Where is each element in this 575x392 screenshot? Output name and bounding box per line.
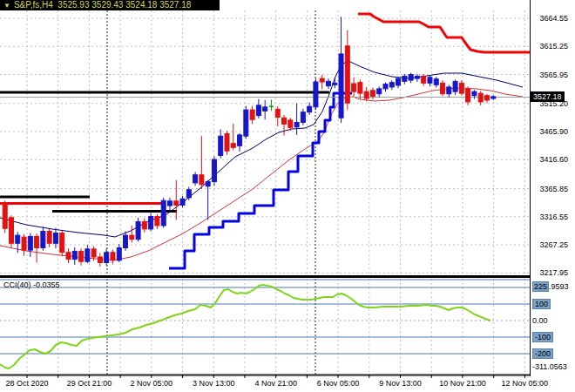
cci-indicator-label: CCI(40) -0.0355 [3,280,60,289]
candle-body [35,236,39,247]
cci-zero-label: 0.00 [532,316,548,325]
open-value: 3525.93 [58,0,89,10]
bid-price-axis-label: 3527.18 [531,91,565,102]
time-axis-label: 29 Oct 21:00 [67,379,112,388]
candle-body [275,109,280,117]
candle-body [98,257,102,263]
candle-body [72,251,77,259]
candle-body [484,96,489,100]
candle-body [447,87,451,94]
collapse-arrow-icon[interactable]: ▼ [3,1,10,11]
time-axis-label: 3 Nov 13:00 [193,379,235,388]
candle-body [212,159,216,182]
close-value: 3527.18 [159,0,191,10]
candle-body [370,91,375,97]
candle-body [167,201,172,206]
candle-body [28,236,32,250]
candle-body [47,232,51,244]
candle-body [186,190,191,198]
candle-body [415,76,419,78]
candle-body [66,253,71,260]
candle-body [91,249,96,257]
candle-body [422,76,426,83]
candle-body [250,110,254,119]
candle-body [383,84,388,89]
time-axis-label: 28 Oct 2020 [5,379,48,388]
price-axis-label: 3664.55 [539,14,568,23]
price-axis-label: 3565.95 [539,71,568,79]
cci-max-label: 225.9593 [532,282,569,291]
candle-body [3,203,7,228]
candle-body [124,235,128,247]
cci-level-label: 100 [532,299,551,309]
candle-body [294,122,299,126]
candle-body [314,82,318,107]
cci-level-label: -200 [532,348,553,359]
candle-body [434,79,438,85]
candle-body [308,106,312,112]
candle-body [428,78,432,84]
candle-body [453,81,457,91]
candle-body [345,46,349,103]
time-axis-label: 6 Nov 05:00 [317,379,360,388]
candle-body [111,253,115,260]
candle-body [256,105,260,116]
candle-body [200,175,204,185]
candle-body [364,91,369,98]
candle-body [263,107,267,112]
candle-body [326,81,330,85]
candle-body [339,54,343,118]
candle-body [333,83,337,84]
candle-body [117,248,121,260]
cci-min-label: -311.0563 [532,362,567,371]
high-value: 3529.43 [91,0,123,10]
candle-body [491,97,496,98]
candle-body [53,233,58,243]
candle-body [352,84,356,91]
candle-body [60,233,64,252]
symbol-label: S&P,fs,H4 [14,0,53,10]
candle-body [358,83,362,93]
candle-body [105,253,109,263]
candle-body [466,89,470,102]
price-axis-label: 3267.25 [539,240,568,249]
cci-level-label: -100 [532,332,553,342]
candle-body [22,237,26,250]
time-axis-label: 9 Nov 13:00 [379,379,422,388]
price-axis-label: 3316.55 [539,213,568,221]
symbol-ohlc-header: ▼S&P,fs,H4 3525.93 3529.43 3524.18 3527.… [0,0,220,10]
price-axis-label: 3217.95 [539,268,568,277]
chart-canvas[interactable] [0,0,575,392]
trading-chart-window: { "header": { "collapse_arrow": "▼", "sy… [0,0,575,392]
candle-body [174,201,179,206]
candle-body [180,199,185,205]
time-axis-label: 12 Nov 05:00 [502,379,549,388]
low-value: 3524.18 [125,0,157,10]
candle-body [142,221,146,229]
price-axis-label: 3465.90 [539,127,568,136]
candle-body [288,120,293,128]
candle-body [441,83,445,93]
candle-body [389,83,394,87]
candle-body [396,78,401,85]
time-axis-label: 10 Nov 21:00 [439,379,486,388]
candle-body [231,144,235,148]
candle-body [219,136,223,155]
candle-body [238,135,242,145]
candle-body [79,251,84,261]
price-axis-label: 3365.85 [539,185,568,193]
candle-body [149,217,153,229]
candle-body [409,75,413,81]
candle-body [478,93,483,102]
price-axis-label: 3615.25 [539,42,568,51]
candle-body [16,235,20,243]
candle-body [282,118,287,124]
time-axis-label: 2 Nov 05:00 [131,379,173,388]
candle-body [206,182,210,186]
candle-body [402,76,407,81]
candle-body [301,112,305,123]
candle-body [320,78,324,82]
candle-body [41,232,45,248]
candle-body [130,235,134,240]
candle-body [472,91,477,96]
